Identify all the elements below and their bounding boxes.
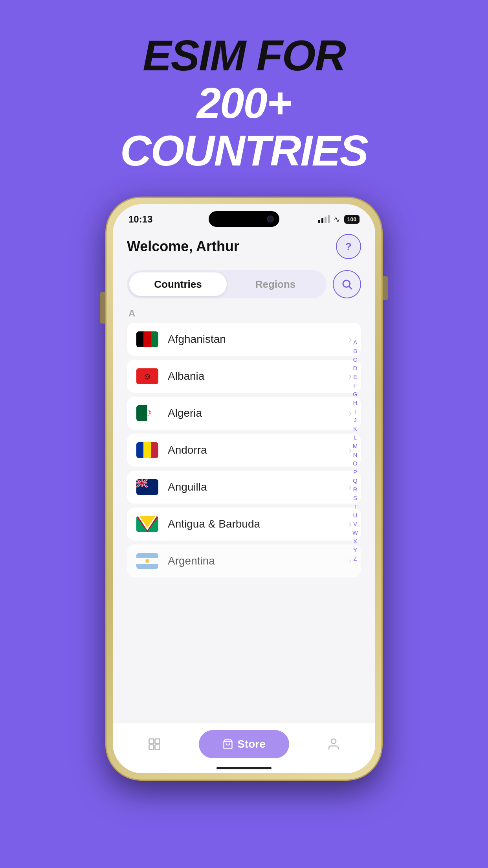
- app-content: Welcome, Arthur ? Countries Regions: [113, 228, 375, 773]
- chevron-right-icon: ›: [349, 519, 352, 530]
- flag-anguilla: [136, 479, 158, 495]
- home-icon: [147, 737, 161, 751]
- nav-profile[interactable]: [327, 737, 341, 751]
- alpha-letter-V[interactable]: V: [353, 520, 357, 528]
- alpha-letter-U[interactable]: U: [353, 511, 357, 519]
- store-label: Store: [237, 738, 266, 750]
- andorra-flag-svg: [136, 442, 158, 458]
- country-name: Argentina: [168, 555, 349, 567]
- alpha-letter-B[interactable]: B: [353, 347, 357, 355]
- list-item[interactable]: Antigua & Barbuda ›: [127, 508, 361, 541]
- hero-line1: ESIM FOR: [120, 31, 368, 79]
- country-name: Albania: [168, 370, 349, 383]
- volume-button: [100, 292, 106, 324]
- alpha-letter-F[interactable]: F: [353, 381, 357, 390]
- alpha-letter-K[interactable]: K: [353, 425, 357, 433]
- alpha-letter-M[interactable]: M: [353, 442, 358, 450]
- flag-algeria: ☽: [136, 405, 158, 421]
- flag-argentina: [136, 553, 158, 569]
- svg-point-28: [145, 559, 149, 563]
- list-item[interactable]: Andorra ›: [127, 434, 361, 467]
- algeria-flag-svg: ☽: [136, 405, 158, 421]
- profile-icon: [327, 737, 341, 751]
- phone-mockup: 10:13 ∿ 100 Welcome, Arthur: [106, 198, 382, 780]
- camera-dot: [267, 215, 274, 223]
- svg-line-1: [349, 287, 352, 289]
- svg-rect-9: [151, 442, 158, 458]
- country-name: Anguilla: [168, 481, 349, 493]
- country-list: Afghanistan › ☺ Albania: [127, 323, 361, 577]
- alpha-letter-T[interactable]: T: [353, 502, 357, 511]
- nav-home[interactable]: [147, 737, 161, 751]
- welcome-text: Welcome, Arthur: [127, 238, 239, 255]
- store-button[interactable]: Store: [199, 730, 289, 758]
- list-item[interactable]: ☺ Albania ›: [127, 360, 361, 393]
- alpha-letter-J[interactable]: J: [354, 416, 357, 424]
- alpha-letter-N[interactable]: N: [353, 451, 357, 459]
- status-bar: 10:13 ∿ 100: [113, 204, 375, 228]
- country-name: Afghanistan: [168, 333, 349, 346]
- alpha-letter-Q[interactable]: Q: [353, 476, 358, 485]
- status-time: 10:13: [128, 214, 152, 225]
- chevron-right-icon: ›: [349, 334, 352, 345]
- alpha-letter-C[interactable]: C: [353, 355, 357, 364]
- alpha-letter-I[interactable]: I: [354, 407, 356, 416]
- signal-icon: [318, 216, 330, 223]
- antigua-flag-svg: [136, 516, 158, 532]
- alpha-letter-H[interactable]: H: [353, 399, 357, 407]
- alpha-letter-L[interactable]: L: [354, 433, 357, 441]
- flag-afghanistan: [136, 331, 158, 347]
- chevron-right-icon: ›: [349, 555, 352, 566]
- list-item[interactable]: Argentina ›: [127, 544, 361, 577]
- chevron-right-icon: ›: [349, 408, 352, 419]
- svg-text:☺: ☺: [143, 371, 152, 381]
- tab-countries[interactable]: Countries: [129, 272, 227, 296]
- help-button[interactable]: ?: [336, 234, 361, 259]
- argentina-flag-svg: [136, 553, 158, 569]
- app-header: Welcome, Arthur ?: [127, 234, 361, 259]
- tab-regions[interactable]: Regions: [227, 272, 324, 296]
- battery-indicator: 100: [344, 215, 360, 224]
- alpha-letter-O[interactable]: O: [353, 459, 358, 467]
- country-list-wrapper: Afghanistan › ☺ Albania: [127, 323, 361, 577]
- alpha-letter-X[interactable]: X: [353, 537, 357, 545]
- bottom-nav: Store: [113, 722, 375, 773]
- hero-section: ESIM FOR 200+ COUNTRIES: [120, 31, 368, 174]
- svg-rect-8: [136, 442, 143, 458]
- svg-rect-32: [155, 745, 160, 749]
- tab-pills: Countries Regions: [127, 270, 327, 298]
- chevron-right-icon: ›: [349, 371, 352, 382]
- alpha-letter-R[interactable]: R: [353, 485, 357, 493]
- alpha-letter-W[interactable]: W: [352, 528, 358, 537]
- anguilla-flag-svg: [136, 479, 158, 495]
- alpha-letter-D[interactable]: D: [353, 364, 357, 372]
- svg-point-0: [343, 280, 350, 287]
- search-button[interactable]: [333, 270, 361, 298]
- alphabet-index[interactable]: ABCDEFGHIJKLMNOPQRSTUVWXYZ: [352, 338, 358, 563]
- alpha-letter-P[interactable]: P: [353, 468, 357, 476]
- alpha-letter-A[interactable]: A: [353, 338, 357, 346]
- section-header-a: A: [127, 308, 361, 319]
- alpha-letter-Z[interactable]: Z: [353, 554, 357, 563]
- alpha-letter-S[interactable]: S: [353, 494, 357, 502]
- alpha-letter-E[interactable]: E: [353, 373, 357, 381]
- flag-antigua: [136, 516, 158, 532]
- chevron-right-icon: ›: [349, 445, 352, 456]
- country-name: Algeria: [168, 407, 349, 419]
- flag-albania: ☺: [136, 368, 158, 384]
- status-right: ∿ 100: [318, 215, 360, 224]
- albania-flag-svg: ☺: [136, 368, 158, 384]
- alpha-letter-Y[interactable]: Y: [353, 546, 357, 554]
- list-item[interactable]: ☽ Algeria ›: [127, 397, 361, 430]
- hero-line2: 200+: [120, 79, 368, 127]
- list-item[interactable]: Anguilla ›: [127, 471, 361, 504]
- dynamic-island: [209, 211, 279, 227]
- list-item[interactable]: Afghanistan ›: [127, 323, 361, 356]
- svg-rect-30: [155, 739, 160, 743]
- svg-text:☽: ☽: [145, 408, 152, 417]
- phone-screen: 10:13 ∿ 100 Welcome, Arthur: [113, 204, 375, 773]
- hero-line3: COUNTRIES: [120, 127, 368, 174]
- phone-shell: 10:13 ∿ 100 Welcome, Arthur: [106, 198, 382, 780]
- wifi-icon: ∿: [334, 215, 340, 224]
- alpha-letter-G[interactable]: G: [353, 390, 358, 398]
